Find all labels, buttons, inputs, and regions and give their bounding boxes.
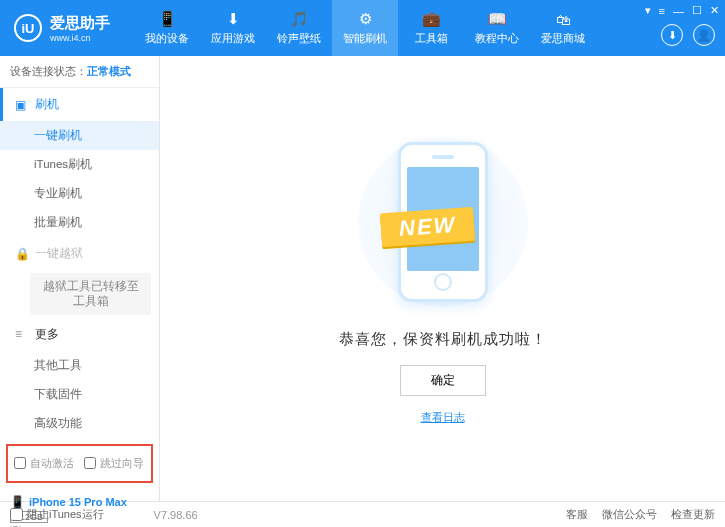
nav-toolbox[interactable]: 💼工具箱 [398,0,464,56]
logo-icon: iU [14,14,42,42]
section-jailbreak: 🔒一键越狱 [0,237,159,270]
jailbreak-moved-note: 越狱工具已转移至工具箱 [30,273,151,315]
connection-status: 设备连接状态：正常模式 [0,56,159,88]
menu-icon[interactable]: ▾ [645,4,651,17]
sidebar-item-oneclick-flash[interactable]: 一键刷机 [0,121,159,150]
nav-smart-flash[interactable]: ⚙智能刷机 [332,0,398,56]
nav-tutorials[interactable]: 📖教程中心 [464,0,530,56]
ringtone-icon: 🎵 [290,10,308,28]
options-highlight-box: 自动激活 跳过向导 [6,444,153,483]
footer-link-wechat[interactable]: 微信公众号 [602,507,657,522]
sidebar-item-download-firmware[interactable]: 下载固件 [0,380,159,409]
checkbox-skip-guide[interactable]: 跳过向导 [84,456,144,471]
device-icon: 📱 [158,10,176,28]
toolbox-icon: 💼 [422,10,440,28]
lock-icon: 🔒 [15,247,29,261]
sidebar-item-pro-flash[interactable]: 专业刷机 [0,179,159,208]
nav-store[interactable]: 🛍爱思商城 [530,0,596,56]
checkbox-block-itunes[interactable]: 阻止iTunes运行 [10,507,104,522]
sidebar-item-itunes-flash[interactable]: iTunes刷机 [0,150,159,179]
user-icon[interactable]: 👤 [693,24,715,46]
section-flash[interactable]: ▣刷机 [0,88,159,121]
logo-area: iU 爱思助手 www.i4.cn [0,14,124,43]
app-header: iU 爱思助手 www.i4.cn 📱我的设备 ⬇应用游戏 🎵铃声壁纸 ⚙智能刷… [0,0,725,56]
main-nav: 📱我的设备 ⬇应用游戏 🎵铃声壁纸 ⚙智能刷机 💼工具箱 📖教程中心 🛍爱思商城 [134,0,596,56]
view-log-link[interactable]: 查看日志 [421,410,465,425]
minimize-icon[interactable]: — [673,5,684,17]
section-more[interactable]: ≡更多 [0,318,159,351]
tutorial-icon: 📖 [488,10,506,28]
ok-button[interactable]: 确定 [400,365,486,396]
close-icon[interactable]: ✕ [710,4,719,17]
store-icon: 🛍 [554,10,572,28]
sidebar: 设备连接状态：正常模式 ▣刷机 一键刷机 iTunes刷机 专业刷机 批量刷机 … [0,56,160,501]
flash-icon: ⚙ [356,10,374,28]
sidebar-item-advanced[interactable]: 高级功能 [0,409,159,438]
checkbox-auto-activate[interactable]: 自动激活 [14,456,74,471]
success-illustration: NEW [343,132,543,312]
maximize-icon[interactable]: ☐ [692,4,702,17]
nav-apps-games[interactable]: ⬇应用游戏 [200,0,266,56]
more-icon: ≡ [15,327,29,341]
footer-link-support[interactable]: 客服 [566,507,588,522]
sidebar-item-batch-flash[interactable]: 批量刷机 [0,208,159,237]
sidebar-item-other-tools[interactable]: 其他工具 [0,351,159,380]
window-controls: ▾ ≡ — ☐ ✕ [645,4,719,17]
app-name: 爱思助手 [50,14,110,33]
new-ribbon: NEW [379,207,474,247]
nav-ringtones[interactable]: 🎵铃声壁纸 [266,0,332,56]
footer-link-update[interactable]: 检查更新 [671,507,715,522]
flash-section-icon: ▣ [15,98,29,112]
success-message: 恭喜您，保资料刷机成功啦！ [339,330,547,349]
nav-my-device[interactable]: 📱我的设备 [134,0,200,56]
main-content: NEW 恭喜您，保资料刷机成功啦！ 确定 查看日志 [160,56,725,501]
apps-icon: ⬇ [224,10,242,28]
app-url: www.i4.cn [50,33,110,43]
version-label: V7.98.66 [154,509,198,521]
download-icon[interactable]: ⬇ [661,24,683,46]
options-icon[interactable]: ≡ [659,5,665,17]
